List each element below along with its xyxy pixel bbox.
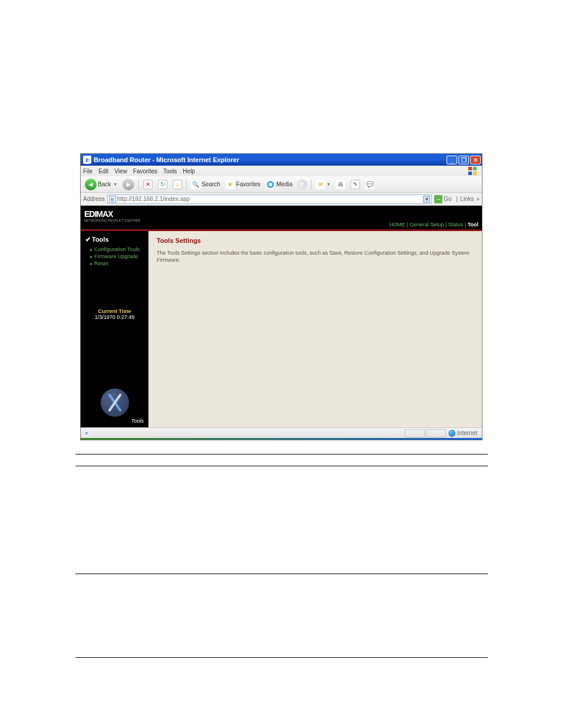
internet-zone-icon (448, 430, 455, 437)
divider (75, 466, 488, 466)
refresh-button[interactable]: ↻ (156, 179, 169, 190)
print-icon: 🖶 (336, 180, 345, 189)
back-button[interactable]: ◄ Back ▼ (83, 177, 119, 192)
sidebar-footer: Tools (81, 388, 148, 427)
status-bar: e Internet (81, 427, 482, 438)
home-button[interactable]: ⌂ (171, 179, 184, 190)
chevron-down-icon: ▼ (113, 182, 117, 186)
close-button[interactable]: ✕ (470, 156, 481, 164)
address-label: Address (83, 196, 105, 202)
tools-icon (101, 388, 129, 417)
refresh-icon: ↻ (158, 180, 167, 189)
taskbar-edge (81, 438, 482, 440)
current-time-block: Current Time 1/3/1970 0:27:49 (81, 308, 148, 320)
media-icon (266, 180, 275, 189)
page-icon: e (109, 196, 116, 203)
chevron-down-icon: ▼ (326, 182, 330, 186)
links-label[interactable]: Links (460, 196, 474, 202)
address-input[interactable]: e http://192.168.2.1/index.asp ▾ (107, 195, 432, 204)
menu-favorites[interactable]: Favorites (133, 168, 157, 174)
address-bar: Address e http://192.168.2.1/index.asp ▾… (81, 193, 482, 206)
mail-button[interactable]: ✉ ▼ (314, 179, 332, 190)
titlebar: e Broadband Router - Microsoft Internet … (81, 154, 482, 166)
forward-button[interactable]: ► (121, 177, 136, 192)
toolbar: ◄ Back ▼ ► ✕ ↻ ⌂ 🔍 Search ★ Favorites (81, 176, 482, 193)
search-icon: 🔍 (191, 180, 200, 189)
main-panel: Tools Settings The Tools Settings sectio… (148, 231, 482, 427)
address-dropdown[interactable]: ▾ (423, 196, 430, 203)
stop-icon: ✕ (143, 180, 153, 189)
current-time-value: 1/3/1970 0:27:49 (83, 314, 146, 320)
divider (75, 574, 488, 574)
nav-tool[interactable]: Tool (468, 222, 478, 228)
search-label: Search (201, 181, 220, 187)
back-icon: ◄ (85, 179, 97, 190)
minimize-button[interactable]: _ (447, 156, 457, 164)
edit-icon: ✎ (351, 180, 360, 189)
stop-button[interactable]: ✕ (141, 179, 154, 190)
sidebar-title: ✔Tools (81, 231, 148, 246)
windows-flag-icon (468, 166, 480, 176)
search-button[interactable]: 🔍 Search (189, 179, 222, 190)
main-description: The Tools Settings section includes the … (157, 250, 474, 263)
menu-tools[interactable]: Tools (163, 168, 177, 174)
edit-button[interactable]: ✎ (349, 179, 362, 190)
menu-edit[interactable]: Edit (98, 168, 108, 174)
chevron-right-icon[interactable]: » (476, 196, 480, 202)
ie-icon: e (83, 156, 91, 164)
mail-icon: ✉ (316, 180, 325, 189)
menu-file[interactable]: File (83, 168, 92, 174)
menu-help[interactable]: Help (183, 168, 195, 174)
sidebar-item-reset[interactable]: Reset (90, 260, 148, 267)
edimax-logo: EDIMAX NETWORKING PEOPLE TOGETHER (84, 209, 140, 222)
page-status-icon: e (83, 430, 90, 437)
nav-home[interactable]: HOME (389, 222, 405, 228)
sidebar: ✔Tools Configuration Tools Firmware Upgr… (81, 231, 148, 427)
sidebar-item-firmware-upgrade[interactable]: Firmware Upgrade (90, 253, 148, 260)
back-label: Back (98, 181, 111, 187)
brand-header: EDIMAX NETWORKING PEOPLE TOGETHER HOME |… (81, 206, 482, 229)
print-button[interactable]: 🖶 (334, 179, 347, 190)
svg-point-5 (269, 183, 272, 186)
main-heading: Tools Settings (157, 237, 474, 244)
go-button[interactable]: → Go (434, 195, 451, 203)
window-title: Broadband Router - Microsoft Internet Ex… (94, 156, 239, 163)
discuss-button[interactable]: 💬 (363, 179, 376, 190)
browser-window: e Broadband Router - Microsoft Internet … (80, 153, 482, 440)
svg-rect-2 (468, 172, 472, 175)
sidebar-item-config-tools[interactable]: Configuration Tools (90, 246, 148, 253)
go-label: Go (444, 196, 451, 202)
nav-status[interactable]: Status (448, 222, 464, 228)
favorites-button[interactable]: ★ Favorites (224, 179, 262, 190)
top-nav: HOME | General Setup | Status | Tool (389, 222, 478, 228)
svg-rect-1 (473, 167, 477, 170)
router-body: ✔Tools Configuration Tools Firmware Upgr… (81, 231, 482, 427)
sidebar-foot-label: Tools (81, 418, 148, 424)
go-icon: → (434, 195, 442, 203)
favorites-icon: ★ (226, 180, 235, 189)
url-text: http://192.168.2.1/index.asp (117, 196, 422, 202)
zone-indicator: Internet (446, 430, 480, 437)
media-button[interactable]: Media (264, 179, 294, 190)
svg-rect-3 (473, 172, 477, 175)
divider (75, 454, 488, 454)
forward-icon: ► (123, 179, 134, 190)
menubar: File Edit View Favorites Tools Help (81, 166, 482, 176)
divider (75, 657, 488, 658)
zone-label: Internet (457, 430, 477, 436)
current-time-label: Current Time (83, 308, 146, 314)
favorites-label: Favorites (236, 181, 260, 187)
svg-rect-0 (468, 167, 472, 170)
maximize-button[interactable]: ❐ (458, 156, 469, 164)
discuss-icon: 💬 (365, 180, 375, 189)
nav-general-setup[interactable]: General Setup (409, 222, 444, 228)
status-section (405, 429, 425, 437)
check-icon: ✔ (85, 236, 91, 243)
menu-view[interactable]: View (114, 168, 127, 174)
page-content: EDIMAX NETWORKING PEOPLE TOGETHER HOME |… (81, 206, 482, 427)
media-label: Media (276, 181, 292, 187)
home-icon: ⌂ (173, 180, 182, 189)
history-icon: 🕓 (297, 180, 307, 189)
history-button[interactable]: 🕓 (296, 179, 309, 190)
status-section (426, 429, 446, 437)
